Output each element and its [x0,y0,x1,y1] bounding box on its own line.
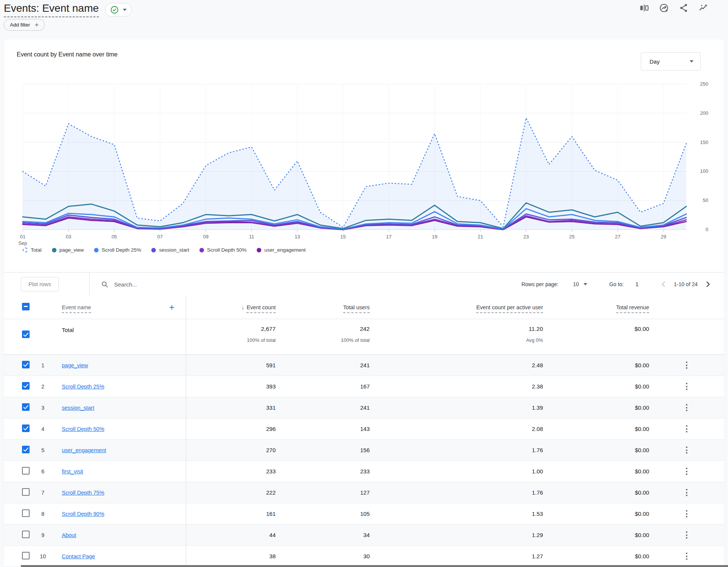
share-icon[interactable] [679,3,689,13]
legend-dot-icon [151,248,156,252]
event-name-link[interactable]: Scroll Depth 90% [62,511,104,517]
previous-page-icon[interactable] [659,279,668,289]
column-header-per-active-user[interactable]: Event count per active user [370,304,543,310]
row-checkbox[interactable] [22,467,30,475]
select-all-checkbox[interactable] [22,303,30,310]
row-checkbox[interactable] [22,446,30,453]
total-revenue-value: $0.00 [543,383,649,390]
event-name-link[interactable]: page_view [62,362,88,368]
total-users-value: 241 [276,404,370,411]
row-menu-kebab-icon[interactable] [684,423,689,435]
chevron-down-icon [690,60,693,63]
row-checkbox[interactable] [22,531,30,538]
sort-descending-icon: ↓ [242,304,245,310]
per-active-user-value: 2.08 [370,426,543,432]
legend-dot-icon [23,247,28,252]
legend-label: Scroll Depth 25% [102,247,141,253]
totals-label: Total [52,319,186,333]
legend-dot-icon [257,248,261,252]
totals-event-count-sub: 100% of total [247,337,276,343]
legend-label: Total [31,247,42,253]
row-menu-kebab-icon[interactable] [684,466,689,477]
legend-item: Total [23,247,42,253]
total-users-value: 30 [276,553,370,559]
row-menu-kebab-icon[interactable] [684,445,689,456]
column-header-event-count[interactable]: ↓Event count [186,304,276,310]
row-rank: 7 [33,490,52,496]
row-checkbox[interactable] [22,424,30,432]
column-header-total-revenue[interactable]: Total revenue [543,304,649,310]
insights-gauge-icon[interactable] [659,3,669,13]
per-active-user-value: 1.39 [370,404,543,411]
table-column-divider [186,296,186,567]
table-row: 10Contact Page38301.27$0.00 [4,546,724,567]
total-revenue-value: $0.00 [543,447,649,453]
column-header-total-users[interactable]: Total users [276,304,370,310]
event-name-link[interactable]: user_engagement [62,447,106,453]
add-column-icon[interactable]: + [169,303,174,312]
row-rank: 3 [33,405,52,411]
table-row: 4Scroll Depth 50%2961432.08$0.00 [4,418,724,440]
plot-rows-button[interactable]: Plot rows [21,277,59,291]
row-menu-kebab-icon[interactable] [684,508,689,520]
go-to-label: Go to: [609,281,624,287]
event-count-value: 393 [186,383,276,390]
row-menu-kebab-icon[interactable] [684,381,689,392]
legend-label: user_engagement [264,247,306,253]
pill-caret-icon [123,9,127,11]
x-axis-tick-label: 09 [198,233,214,240]
total-revenue-value: $0.00 [543,468,649,475]
row-rank: 9 [33,532,52,538]
rows-per-page-caret-icon[interactable] [584,283,587,285]
event-name-link[interactable]: Scroll Depth 75% [62,490,104,496]
event-name-link[interactable]: Scroll Depth 25% [62,384,104,390]
row-checkbox[interactable] [22,488,30,496]
verified-check-icon [110,5,119,14]
x-axis-tick-label: 21 [472,233,489,240]
total-users-value: 167 [276,383,370,390]
totals-checkbox[interactable] [22,330,30,338]
x-axis-tick-label: 17 [381,233,397,240]
search-icon [101,280,109,288]
horizontal-scrollbar[interactable] [21,565,728,567]
y-axis-tick-label: 250 [693,81,708,88]
row-checkbox[interactable] [22,552,30,559]
event-name-link[interactable]: session_start [62,405,94,411]
go-to-input[interactable] [631,281,643,287]
total-revenue-value: $0.00 [543,511,649,517]
event-name-link[interactable]: About [62,532,76,538]
granularity-dropdown[interactable]: Day [641,52,701,70]
column-header-event-name[interactable]: Event name [62,304,91,310]
event-name-link[interactable]: Contact Page [62,553,95,559]
report-status-pill[interactable] [105,3,132,17]
row-menu-kebab-icon[interactable] [684,402,689,414]
search-input[interactable] [114,281,273,288]
y-axis-tick-label: 150 [693,139,708,146]
ga4-events-report: Events: Event name [0,0,728,567]
per-active-user-value: 1.53 [370,511,543,517]
add-filter-button[interactable]: Add filter + [4,19,45,31]
rows-per-page-value[interactable]: 10 [573,281,579,287]
table-row: 2Scroll Depth 25%3931672.38$0.00 [4,376,724,397]
comparison-icon[interactable] [639,3,649,13]
event-name-link[interactable]: first_visit [62,468,83,475]
row-menu-kebab-icon[interactable] [684,529,689,541]
report-toolbar [639,3,708,13]
row-checkbox[interactable] [22,382,30,390]
next-page-icon[interactable] [703,279,713,289]
x-axis-tick-label: 05 [106,233,122,240]
per-active-user-value: 1.29 [370,532,543,538]
x-axis-tick-label: 25 [563,233,580,240]
row-checkbox[interactable] [22,403,30,411]
row-checkbox[interactable] [22,361,30,368]
row-menu-kebab-icon[interactable] [684,487,689,498]
insights-sparkline-icon[interactable] [698,3,708,13]
row-menu-kebab-icon[interactable] [684,360,689,371]
x-axis-tick-label: 27 [609,233,626,240]
row-menu-kebab-icon[interactable] [684,551,689,562]
total-users-value: 105 [276,511,370,517]
event-name-link[interactable]: Scroll Depth 50% [62,426,104,432]
row-checkbox[interactable] [22,509,30,517]
table-body: 1page_view5912412.48$0.002Scroll Depth 2… [4,355,724,567]
table-row: 7Scroll Depth 75%2221271.76$0.00 [4,482,724,503]
